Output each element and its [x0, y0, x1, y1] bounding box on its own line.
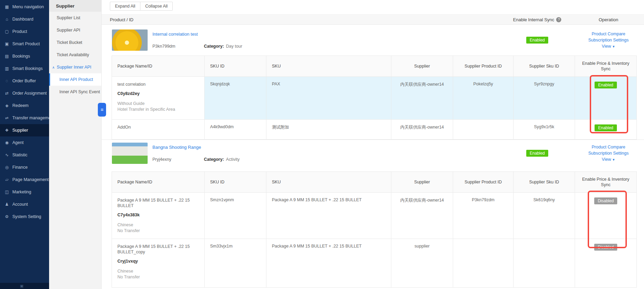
product-title-link[interactable]: Bangna Shooting Range [152, 145, 240, 150]
sidebar-item-label: Supplier [12, 128, 28, 133]
price-inventory-sync-badge[interactable]: Enabled [595, 124, 617, 131]
package-note: Chinese [117, 268, 199, 274]
sidebar-item-agent[interactable]: ◉Agent [0, 136, 49, 149]
smart-bookings-icon: ▥ [4, 66, 10, 71]
collapse-all-button[interactable]: Collapse All [140, 2, 173, 11]
internal-sync-cell: Enabled [493, 150, 582, 157]
expand-all-button[interactable]: Expand All [110, 2, 140, 11]
collapse-sidebar-icon: ▣ [20, 284, 23, 288]
sync-cell: Enabled [575, 120, 637, 140]
package-id: Cryj1vxqy [117, 259, 199, 264]
sidebar-item-label: Statistic [12, 153, 27, 157]
package-note: Chinese [117, 222, 199, 228]
sidebar-item-account[interactable]: ♟Account [0, 198, 49, 210]
sidebar-item-label: Order Assignment [12, 91, 47, 96]
sidebar-item-menu-navigation[interactable]: ▦Menu navigation [0, 1, 49, 13]
account-icon: ♟ [4, 202, 10, 207]
col-supplier-sku-id: Supplier Sku ID [514, 172, 575, 193]
enable-internal-sync-label: Enable Internal Sync [513, 17, 554, 22]
col-supplier-product-id: Supplier Product ID [453, 56, 514, 77]
col-package-name: Package Name/ID [112, 56, 205, 77]
view-dropdown[interactable]: View▼ [602, 156, 615, 163]
subnav-title: Supplier [49, 0, 101, 12]
sidebar-item-transfer-management[interactable]: ⇌Transfer management [0, 112, 49, 124]
sidebar-item-order-buffer[interactable]: ◌Order Buffer [0, 75, 49, 87]
sidebar-item-statistic[interactable]: ∿Statistic [0, 149, 49, 161]
product-list-header: Product / ID Enable Internal Sync ? Oper… [102, 14, 644, 25]
internal-sync-cell: Enabled [493, 37, 582, 44]
chevron-up-icon: ∧ [52, 65, 55, 69]
col-supplier: Supplier [391, 56, 453, 77]
category-value: Day tour [226, 44, 242, 49]
sidebar-item-product[interactable]: ▢Product [0, 25, 49, 38]
package-note: Without Guide [117, 101, 199, 107]
supplier-product-id-cell: Pokelzq5y [453, 77, 514, 120]
sku-cell: Package A 9 MM 15 BULLET + .22 15 BULLET [266, 193, 391, 239]
price-inventory-sync-badge[interactable]: Disabled [594, 197, 617, 204]
subnav-group-supplier-inner-api[interactable]: ∧ Supplier Inner API [49, 61, 101, 73]
sidebar-footer[interactable]: ▣ [0, 283, 49, 289]
sidebar-item-finance[interactable]: ◎Finance [0, 161, 49, 173]
package-cell: Package A 9 MM 15 BULLET + .22 15 BULLET… [112, 193, 205, 239]
enable-internal-sync-column-header: Enable Internal Sync ? [493, 17, 582, 22]
menu-lines-icon: ≡ [101, 107, 103, 112]
supplier-cell: 内关联供应商-owner14 [391, 120, 453, 140]
category-label: Category: [204, 157, 224, 162]
package-name: Package A 9 MM 15 BULLET + .22 15 BULLET [117, 197, 199, 208]
sidebar-item-label: Smart Bookings [12, 66, 43, 71]
subnav-item-ticket-bucket[interactable]: Ticket Bucket [49, 36, 101, 49]
sku-cell: Package A 9 MM 15 BULLET + .22 15 BULLET [266, 239, 391, 288]
subnav-item-inner-api-product[interactable]: Inner API Product [49, 73, 101, 86]
subnav-item-ticket-availability[interactable]: Ticket Availability [49, 49, 101, 61]
product-image [112, 29, 148, 51]
agent-icon: ◉ [4, 140, 10, 145]
package-table-wrap: Package Name/ID SKU ID SKU Supplier Supp… [112, 171, 635, 288]
product-title-link[interactable]: Internal correlation test [152, 32, 242, 37]
sidebar-item-bookings[interactable]: ▤Bookings [0, 50, 49, 62]
col-supplier: Supplier [391, 172, 453, 193]
subnav-item-inner-api-sync-event[interactable]: Inner API Sync Event [49, 86, 101, 98]
internal-sync-badge[interactable]: Enabled [526, 37, 548, 44]
help-icon[interactable]: ? [556, 17, 561, 22]
subnav-item-supplier-api[interactable]: Supplier API [49, 24, 101, 36]
sidebar-item-label: Product [12, 29, 27, 34]
package-note: No Transfer [117, 228, 199, 234]
sidebar-item-label: Redeem [12, 103, 28, 108]
sidebar-item-dashboard[interactable]: ⌂Dashboard [0, 13, 49, 25]
internal-sync-badge[interactable]: Enabled [526, 150, 548, 157]
sidebar-item-system-setting[interactable]: ⚙System Setting [0, 210, 49, 223]
main-content: Expand All Collapse All Product / ID Ena… [102, 0, 644, 289]
view-dropdown[interactable]: View▼ [602, 43, 615, 50]
package-row: test correlation C0y8zd2ey Without Guide… [112, 77, 637, 120]
chevron-down-icon: ▼ [612, 45, 615, 48]
product-head: Bangna Shooting Range Pryj4exny Category… [102, 140, 644, 171]
sku-id-cell: Sm33vjx1m [205, 239, 266, 288]
sidebar-item-page-management[interactable]: ▱Page Management [0, 173, 49, 186]
product-meta: P3kn799dm Category: Day tour [152, 44, 242, 49]
sidebar-item-label: Menu navigation [12, 4, 44, 9]
product-compare-link[interactable]: Product Compare [592, 31, 625, 37]
col-sku-id: SKU ID [205, 172, 266, 193]
category-value: Activity [226, 157, 240, 162]
sidebar-item-redeem[interactable]: ◈Redeem [0, 99, 49, 112]
subnav-item-supplier-list[interactable]: Supplier List [49, 12, 101, 24]
product-card: Bangna Shooting Range Pryj4exny Category… [102, 140, 644, 288]
sidebar-item-supplier[interactable]: ❖Supplier [0, 124, 49, 136]
package-table-wrap: Package Name/ID SKU ID SKU Supplier Supp… [112, 56, 635, 140]
package-name: test correlation [117, 82, 199, 87]
sidebar-item-smart-product[interactable]: ▣Smart Product [0, 38, 49, 50]
sidebar-item-marketing[interactable]: ◫Marketing [0, 186, 49, 198]
package-row: Package A 9 MM 15 BULLET + .22 15 BULLET… [112, 239, 637, 288]
sidebar-item-order-assignment[interactable]: ⇄Order Assignment [0, 87, 49, 99]
subnav-collapse-handle[interactable]: ≡ [98, 103, 106, 117]
supplier-icon: ❖ [4, 128, 10, 133]
subscription-settings-link[interactable]: Subscription Settings [588, 37, 629, 43]
marketing-icon: ◫ [4, 190, 10, 194]
product-compare-link[interactable]: Product Compare [592, 144, 625, 150]
view-label: View [602, 44, 611, 49]
price-inventory-sync-badge[interactable]: Disabled [594, 244, 617, 251]
price-inventory-sync-badge[interactable]: Enabled [595, 82, 617, 88]
sync-cell: Disabled [575, 239, 637, 288]
sidebar-item-smart-bookings[interactable]: ▥Smart Bookings [0, 62, 49, 75]
subscription-settings-link[interactable]: Subscription Settings [588, 150, 629, 156]
